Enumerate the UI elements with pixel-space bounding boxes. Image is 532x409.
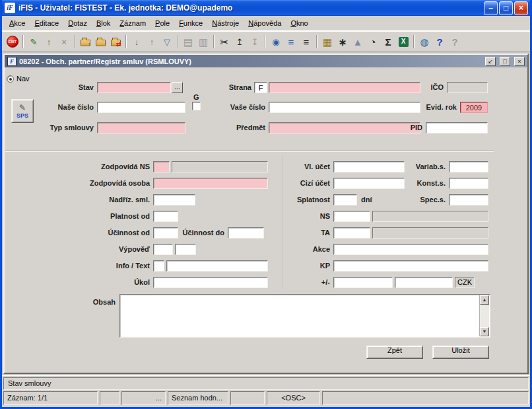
sort-asc-icon[interactable]: ↓ <box>129 34 144 49</box>
platnost-od-field[interactable] <box>153 211 178 222</box>
menu-pole[interactable]: Pole <box>150 17 174 29</box>
help-icon[interactable]: ? <box>432 34 447 49</box>
minimize-button[interactable]: – <box>484 1 498 15</box>
folder-open-icon[interactable] <box>93 34 108 49</box>
app-icon: iF <box>5 3 15 13</box>
strana-code-field[interactable] <box>254 82 267 93</box>
castka-field-1[interactable] <box>333 277 393 288</box>
info-text-field[interactable] <box>166 260 268 272</box>
list-values-icon[interactable]: ≡ <box>284 34 298 49</box>
ucinnost-od-field[interactable] <box>153 227 178 239</box>
status-cell-osc: <OSC> <box>267 391 320 405</box>
dni-label: dní <box>361 196 381 205</box>
menu-funkce[interactable]: Funkce <box>174 17 207 29</box>
konst-s-field[interactable] <box>449 178 488 189</box>
strana-name-field[interactable] <box>269 82 420 93</box>
window-titlebar[interactable]: iF iFIS - Uživatel: FISTEST - Ek. jednot… <box>2 0 530 16</box>
info-text-label: Info / Text <box>71 262 150 271</box>
find-icon[interactable]: ◉ <box>269 34 283 49</box>
accept-icon[interactable]: ↑ <box>42 34 56 49</box>
cancel-icon[interactable]: × <box>57 34 71 49</box>
status-cell-dots: ... <box>121 391 166 405</box>
zodpovida-osoba-field[interactable] <box>153 178 268 189</box>
vase-cislo-field[interactable] <box>269 102 420 113</box>
nav-radio[interactable]: Nav <box>7 75 30 83</box>
close-button[interactable]: × <box>514 1 528 15</box>
detail-block-icon[interactable]: ≡ <box>299 34 314 49</box>
toolbar-separator <box>177 35 178 48</box>
scroll-up-icon[interactable]: ▲ <box>480 295 489 305</box>
form-icon: F <box>7 57 17 66</box>
splatnost-label: Splatnost <box>277 196 330 205</box>
typ-smlouvy-field[interactable] <box>97 122 185 133</box>
splatnost-field[interactable] <box>333 194 357 205</box>
print-preview-icon[interactable]: ▥ <box>196 34 211 49</box>
nadriz-sml-field[interactable] <box>153 194 195 205</box>
ucinnost-do-field[interactable] <box>228 227 264 239</box>
maximize-button[interactable]: □ <box>499 1 513 15</box>
zodpovida-ns-field[interactable] <box>153 161 170 172</box>
chart-icon[interactable]: ▲ <box>350 34 365 49</box>
grid-icon[interactable]: ▦ <box>320 34 335 49</box>
form-collapse-icon[interactable]: ↙ <box>485 57 496 66</box>
nav-radio-label: Nav <box>17 75 30 83</box>
nase-cislo-field[interactable] <box>97 102 185 113</box>
plusminus-label: +/- <box>277 278 330 287</box>
insert-record-icon[interactable]: ↥ <box>232 34 247 49</box>
excel-icon[interactable]: X <box>396 34 411 49</box>
form-close-icon[interactable]: × <box>514 57 525 66</box>
spec-s-field[interactable] <box>449 194 488 205</box>
folder-sync-icon[interactable]: ⇄ <box>108 34 123 49</box>
vypoved-field-1[interactable] <box>153 244 173 255</box>
toolbar-separator <box>316 35 317 48</box>
pid-field[interactable] <box>426 122 488 133</box>
toolbar-separator <box>413 35 415 48</box>
g-checkbox[interactable] <box>192 102 201 110</box>
menu-akce[interactable]: Akce <box>5 17 30 29</box>
ta-field[interactable] <box>333 227 370 239</box>
menu-editace[interactable]: Editace <box>30 17 63 29</box>
stav-field[interactable] <box>97 82 171 93</box>
print-icon[interactable]: ▤ <box>181 34 195 49</box>
vypoved-field-2[interactable] <box>175 244 196 255</box>
context-help-icon[interactable]: ? <box>448 34 462 49</box>
sps-button[interactable]: ✎ SPS <box>11 99 34 123</box>
form-titlebar[interactable]: F 08202 - Obch. partner/Registr smluv (R… <box>5 55 527 67</box>
globe-icon[interactable]: ◍ <box>417 34 432 49</box>
menu-napoveda[interactable]: Nápověda <box>244 17 286 29</box>
delete-record-icon[interactable]: ↧ <box>248 34 262 49</box>
obsah-textarea[interactable]: ▲ ▼ <box>119 294 490 338</box>
menu-nastroje[interactable]: Nástroje <box>207 17 244 29</box>
sort-desc-icon[interactable]: ↑ <box>145 34 159 49</box>
evid-rok-field[interactable] <box>460 102 488 113</box>
obsah-scrollbar[interactable]: ▲ ▼ <box>479 295 489 336</box>
menu-blok[interactable]: Blok <box>92 17 115 29</box>
ulozit-button[interactable]: Uložit <box>432 346 489 359</box>
ns-field[interactable] <box>333 211 370 222</box>
ukol-field[interactable] <box>153 277 268 288</box>
variab-s-field[interactable] <box>449 161 488 172</box>
filter-icon[interactable]: ▽ <box>160 34 174 49</box>
castka-field-2[interactable] <box>395 277 453 288</box>
spider-icon[interactable]: ∗ <box>335 34 350 49</box>
clock-icon[interactable]: ◔ <box>366 34 380 49</box>
cut-icon[interactable]: ✂ <box>217 34 232 49</box>
stav-lov-button[interactable]: ... <box>172 82 183 93</box>
info-flag-field[interactable] <box>153 260 164 272</box>
menu-zaznam[interactable]: Záznam <box>115 17 150 29</box>
scroll-down-icon[interactable]: ▼ <box>480 327 489 336</box>
menu-dotaz[interactable]: Dotaz <box>63 17 92 29</box>
folder-up-icon[interactable]: ↑ <box>78 34 92 49</box>
vase-cislo-label: Vaše číslo <box>215 103 265 112</box>
menu-okno[interactable]: Okno <box>286 17 312 29</box>
sum-icon[interactable]: Σ <box>381 34 395 49</box>
ukol-label: Úkol <box>71 278 150 287</box>
form-restore-icon[interactable]: □ <box>500 57 510 66</box>
exit-icon[interactable]: EXIT <box>5 34 20 49</box>
currency-field: CZK <box>455 277 475 288</box>
save-icon[interactable]: ✎ <box>26 34 41 49</box>
kp-field[interactable] <box>333 260 488 272</box>
zodpovida-ns-label: Zodpovídá NS <box>71 163 150 172</box>
akce-field[interactable] <box>333 244 488 255</box>
zpet-button[interactable]: Zpět <box>366 346 423 359</box>
